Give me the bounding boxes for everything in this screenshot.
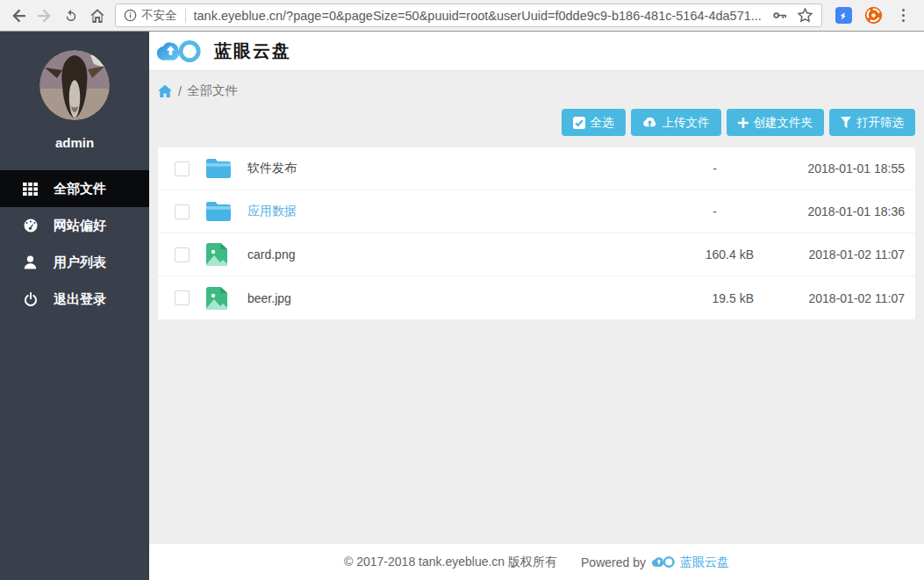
app-header: 蓝眼云盘 [149,32,924,71]
footer-logo-icon [652,555,676,569]
file-date: 2018-01-01 18:36 [754,204,905,218]
folder-icon [206,202,231,221]
home-icon [90,8,105,24]
sidebar-item-site-preferences[interactable]: 网站偏好 [0,207,149,244]
row-checkbox[interactable] [175,247,190,262]
dashboard-icon [22,218,39,233]
powered-by-text: Powered by [581,555,646,569]
info-icon [124,9,137,22]
url-text[interactable]: tank.eyeblue.cn/?page=0&pageSize=50&puui… [194,9,764,23]
powered-by: Powered by 蓝眼云盘 [581,555,729,570]
back-icon [11,8,26,24]
open-filter-button[interactable]: 打开筛选 [829,109,915,136]
browser-menu-icon[interactable] [895,5,913,26]
key-icon[interactable] [771,7,788,24]
app-title: 蓝眼云盘 [214,39,291,63]
create-folder-button[interactable]: 创建文件夹 [727,109,825,136]
plus-icon [738,118,749,128]
breadcrumb-current: 全部文件 [187,82,238,99]
image-file-icon [206,243,231,266]
extension-blue-glyph [838,11,849,21]
home-button[interactable] [84,3,111,29]
file-name[interactable]: card.png [247,247,655,261]
sidebar-item-logout[interactable]: 退出登录 [0,281,149,318]
sidebar: admin 全部文件 网站偏好 [0,32,149,580]
table-row[interactable]: beer.jpg 19.5 kB 2018-01-02 11:07 [158,276,915,319]
filter-icon [841,117,851,128]
folder-icon [206,159,231,178]
sidebar-item-all-files[interactable]: 全部文件 [0,170,149,207]
grid-icon [22,183,39,196]
button-label: 上传文件 [663,115,710,131]
table-row[interactable]: 应用数据 - 2018-01-01 18:36 [158,190,915,233]
upload-file-button[interactable]: 上传文件 [631,109,721,136]
address-bar[interactable]: 不安全 tank.eyeblue.cn/?page=0&pageSize=50&… [115,4,822,27]
sidebar-item-label: 退出登录 [54,291,106,308]
sidebar-nav: 全部文件 网站偏好 用户列表 [0,170,149,318]
file-date: 2018-01-02 11:07 [754,291,905,305]
sidebar-item-label: 网站偏好 [54,218,106,234]
brand-link[interactable]: 蓝眼云盘 [680,555,729,570]
bookmark-star-icon[interactable] [797,7,813,24]
reload-button[interactable] [58,3,84,29]
row-checkbox[interactable] [175,204,190,219]
avatar[interactable] [39,50,110,120]
power-icon [22,292,39,306]
sidebar-item-label: 全部文件 [54,181,106,197]
omnibox-divider [185,8,186,23]
file-size: - [655,161,754,175]
table-row[interactable]: 软件发布 - 2018-01-01 18:55 [158,147,915,190]
user-icon [22,255,39,269]
button-label: 创建文件夹 [754,115,813,131]
sidebar-item-label: 用户列表 [54,254,106,271]
cloud-upload-icon [642,117,657,128]
file-table: 软件发布 - 2018-01-01 18:55 应用数据 - 2018-01-0… [158,147,915,319]
actions-row: 全选 上传文件 创建文件夹 [158,109,915,136]
extension-blue-icon[interactable] [835,7,852,24]
file-size: 160.4 kB [655,247,754,261]
forward-button[interactable] [32,3,58,29]
copyright-text: © 2017-2018 tank.eyeblue.cn 版权所有 [344,555,557,570]
file-date: 2018-01-01 18:55 [754,161,905,175]
forward-icon [37,8,53,24]
security-chip[interactable]: 不安全 [124,8,177,24]
file-size: 19.5 kB [655,291,754,305]
button-label: 全选 [591,115,614,131]
file-name[interactable]: beer.jpg [247,291,655,305]
button-label: 打开筛选 [856,115,904,131]
breadcrumb-separator: / [178,84,182,98]
content-area: / 全部文件 全选 [149,71,924,544]
username: admin [0,135,149,150]
extension-orange-icon[interactable] [864,6,883,25]
app-logo-icon [157,37,203,66]
breadcrumb-home-icon[interactable] [158,84,172,97]
select-all-button[interactable]: 全选 [562,109,626,136]
sidebar-item-user-list[interactable]: 用户列表 [0,244,149,281]
row-checkbox[interactable] [175,290,190,305]
row-checkbox[interactable] [175,161,190,176]
file-name[interactable]: 软件发布 [247,161,655,176]
file-name[interactable]: 应用数据 [247,204,655,219]
browser-toolbar: 不安全 tank.eyeblue.cn/?page=0&pageSize=50&… [0,0,924,32]
table-row[interactable]: card.png 160.4 kB 2018-01-02 11:07 [158,233,915,276]
reload-icon [63,8,79,24]
security-label: 不安全 [141,8,177,24]
file-date: 2018-01-02 11:07 [754,247,905,261]
file-size: - [655,204,754,218]
app-footer: © 2017-2018 tank.eyeblue.cn 版权所有 Powered… [149,544,924,580]
check-square-icon [573,117,585,129]
breadcrumb: / 全部文件 [158,82,915,99]
back-button[interactable] [5,3,32,29]
image-file-icon [206,287,231,310]
